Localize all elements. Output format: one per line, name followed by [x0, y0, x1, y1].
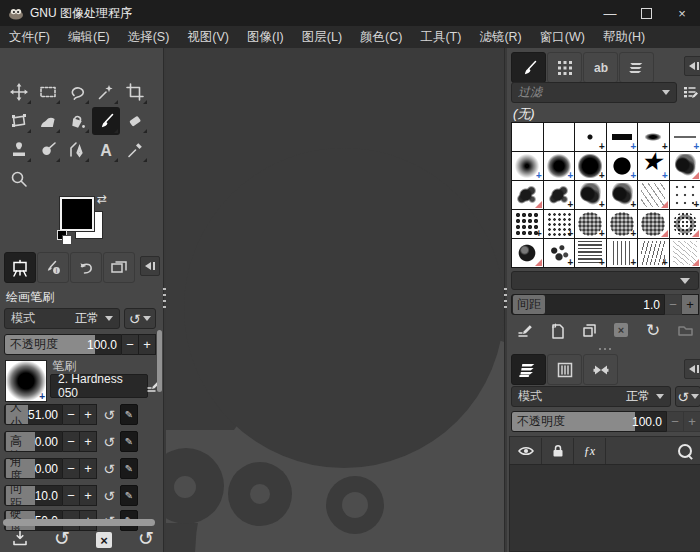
- brush-item[interactable]: [670, 239, 700, 267]
- decrease-icon[interactable]: [63, 458, 80, 479]
- color-area[interactable]: [55, 194, 115, 246]
- brush-item[interactable]: [544, 210, 575, 238]
- menu-edit[interactable]: 编辑(E): [59, 26, 119, 48]
- tab-layers[interactable]: [511, 354, 546, 385]
- title-bar[interactable]: GNU 图像处理程序 — ×: [0, 0, 700, 26]
- brush-item[interactable]: [638, 239, 669, 267]
- brush-item[interactable]: [512, 239, 543, 267]
- decrease-icon[interactable]: [63, 431, 80, 452]
- foreground-color-swatch[interactable]: [60, 197, 94, 231]
- tab-device-status[interactable]: i: [37, 252, 69, 283]
- stylus-pressure-icon[interactable]: [120, 431, 138, 452]
- tool-warp-transform[interactable]: [34, 107, 62, 135]
- brush-item[interactable]: [544, 152, 575, 180]
- reset-icon[interactable]: [100, 485, 118, 506]
- tool-color-picker[interactable]: [121, 136, 149, 164]
- reset-tool-options-icon[interactable]: [135, 527, 157, 549]
- stylus-pressure-icon[interactable]: [120, 485, 138, 506]
- tab-channels[interactable]: [547, 354, 582, 385]
- tool-move[interactable]: [5, 78, 33, 106]
- tab-brushes[interactable]: [511, 52, 546, 83]
- canvas-area[interactable]: [166, 48, 505, 552]
- layer-mode-reset-button[interactable]: [675, 386, 700, 407]
- tool-free-select[interactable]: [63, 78, 91, 106]
- brush-item[interactable]: [544, 181, 575, 209]
- increase-icon[interactable]: [682, 294, 699, 315]
- tool-zoom[interactable]: [5, 165, 33, 193]
- brush-item[interactable]: [607, 152, 638, 180]
- duplicate-brush-icon[interactable]: [579, 320, 599, 340]
- minimize-button[interactable]: —: [592, 0, 628, 26]
- tool-eraser[interactable]: [121, 107, 149, 135]
- delete-brush-icon[interactable]: ×: [611, 320, 631, 340]
- reset-icon[interactable]: [100, 458, 118, 479]
- stylus-pressure-icon[interactable]: [120, 458, 138, 479]
- tool-clone[interactable]: [5, 136, 33, 164]
- tool-unified-transform[interactable]: [5, 107, 33, 135]
- tool-paintbrush[interactable]: [92, 107, 120, 135]
- tab-undo-history[interactable]: [70, 252, 102, 283]
- brush-item[interactable]: [607, 239, 638, 267]
- save-tool-preset-icon[interactable]: [9, 527, 31, 549]
- brush-item[interactable]: [575, 123, 606, 151]
- brush-item[interactable]: [512, 123, 543, 151]
- tab-fonts[interactable]: ab: [583, 52, 618, 83]
- brush-item[interactable]: [638, 152, 669, 180]
- open-brush-as-image-icon[interactable]: [675, 320, 695, 340]
- brush-filter-input[interactable]: 过滤: [511, 82, 677, 103]
- brush-item[interactable]: [670, 181, 700, 209]
- brush-item[interactable]: [670, 152, 700, 180]
- increase-icon[interactable]: [684, 411, 700, 432]
- tool-ink[interactable]: [63, 136, 91, 164]
- decrease-icon[interactable]: [63, 485, 80, 506]
- increase-icon[interactable]: [80, 458, 97, 479]
- tool-text[interactable]: A: [92, 136, 120, 164]
- menu-windows[interactable]: 窗口(W): [531, 26, 594, 48]
- tab-paths[interactable]: [583, 354, 618, 385]
- brush-item[interactable]: [607, 181, 638, 209]
- panel-collapse-icon[interactable]: [684, 359, 700, 379]
- menu-view[interactable]: 视图(V): [178, 26, 238, 48]
- increase-icon[interactable]: [139, 334, 156, 355]
- brush-item[interactable]: [575, 210, 606, 238]
- brush-item[interactable]: [575, 152, 606, 180]
- increase-icon[interactable]: [80, 404, 97, 425]
- brush-item[interactable]: [638, 181, 669, 209]
- panel-splitter[interactable]: [587, 347, 623, 351]
- brush-item[interactable]: [575, 181, 606, 209]
- menu-select[interactable]: 选择(S): [119, 26, 179, 48]
- decrease-icon[interactable]: [665, 294, 682, 315]
- increase-icon[interactable]: [80, 485, 97, 506]
- aspect-ratio-slider[interactable]: 宽高比 0.00: [4, 431, 138, 452]
- reset-icon[interactable]: [100, 404, 118, 425]
- brush-item[interactable]: [670, 123, 700, 151]
- mode-reset-button[interactable]: [124, 308, 156, 329]
- active-brush-thumbnail[interactable]: +: [5, 360, 47, 402]
- menu-file[interactable]: 文件(F): [0, 26, 59, 48]
- brush-item[interactable]: [512, 152, 543, 180]
- edit-brush-icon[interactable]: [515, 320, 535, 340]
- brush-view-options-icon[interactable]: [680, 82, 700, 102]
- refresh-brushes-icon[interactable]: [643, 320, 663, 340]
- horizontal-scrollbar[interactable]: [3, 519, 155, 526]
- decrease-icon[interactable]: [63, 404, 80, 425]
- brush-item[interactable]: [544, 239, 575, 267]
- menu-layer[interactable]: 图层(L): [293, 26, 351, 48]
- new-brush-icon[interactable]: [547, 320, 567, 340]
- brush-item[interactable]: [512, 210, 543, 238]
- angle-slider[interactable]: 角度 0.00: [4, 458, 138, 479]
- brush-name-box[interactable]: 2. Hardness 050: [50, 374, 148, 398]
- maximize-button[interactable]: [628, 0, 664, 26]
- layer-opacity-slider[interactable]: 不透明度 100.0: [511, 411, 700, 432]
- brush-list-expander[interactable]: [511, 271, 699, 290]
- increase-icon[interactable]: [80, 431, 97, 452]
- vertical-scrollbar[interactable]: [157, 330, 162, 392]
- brush-item[interactable]: [544, 123, 575, 151]
- brush-spacing-slider[interactable]: 间距 1.0: [511, 294, 699, 315]
- tool-bucket-fill[interactable]: [63, 107, 91, 135]
- tool-crop[interactable]: [121, 78, 149, 106]
- menu-tools[interactable]: 工具(T): [411, 26, 470, 48]
- spacing-slider[interactable]: 间距 10.0: [4, 485, 138, 506]
- panel-collapse-icon[interactable]: [140, 256, 160, 276]
- layer-mode-dropdown[interactable]: 模式 正常: [511, 386, 671, 407]
